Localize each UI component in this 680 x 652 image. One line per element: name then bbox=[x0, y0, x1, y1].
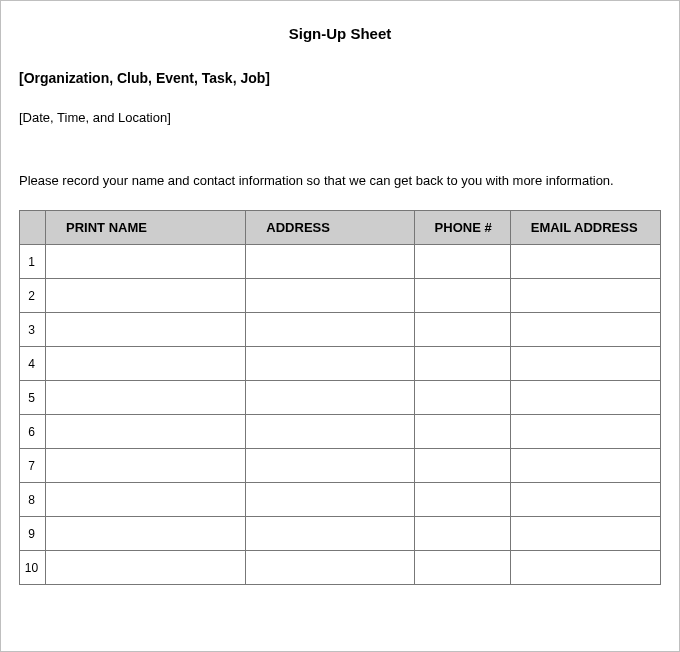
cell-address bbox=[246, 347, 414, 381]
cell-phone bbox=[414, 415, 510, 449]
cell-phone bbox=[414, 279, 510, 313]
cell-address bbox=[246, 313, 414, 347]
row-number: 6 bbox=[20, 415, 46, 449]
row-number: 4 bbox=[20, 347, 46, 381]
cell-name bbox=[46, 415, 246, 449]
table-row: 10 bbox=[20, 551, 661, 585]
cell-phone bbox=[414, 449, 510, 483]
cell-address bbox=[246, 245, 414, 279]
table-row: 9 bbox=[20, 517, 661, 551]
cell-phone bbox=[414, 551, 510, 585]
row-number: 5 bbox=[20, 381, 46, 415]
page-title: Sign-Up Sheet bbox=[19, 25, 661, 42]
col-header-email: EMAIL ADDRESS bbox=[510, 211, 660, 245]
table-row: 6 bbox=[20, 415, 661, 449]
cell-address bbox=[246, 415, 414, 449]
table-row: 4 bbox=[20, 347, 661, 381]
cell-email bbox=[510, 245, 660, 279]
table-row: 2 bbox=[20, 279, 661, 313]
cell-phone bbox=[414, 381, 510, 415]
table-row: 1 bbox=[20, 245, 661, 279]
cell-email bbox=[510, 551, 660, 585]
cell-phone bbox=[414, 517, 510, 551]
cell-phone bbox=[414, 347, 510, 381]
cell-email bbox=[510, 483, 660, 517]
cell-email bbox=[510, 415, 660, 449]
cell-email bbox=[510, 449, 660, 483]
col-header-phone: PHONE # bbox=[414, 211, 510, 245]
instructions-text: Please record your name and contact info… bbox=[19, 173, 661, 188]
cell-address bbox=[246, 449, 414, 483]
cell-address bbox=[246, 517, 414, 551]
row-number: 7 bbox=[20, 449, 46, 483]
signup-table: PRINT NAME ADDRESS PHONE # EMAIL ADDRESS… bbox=[19, 210, 661, 585]
cell-email bbox=[510, 381, 660, 415]
table-row: 8 bbox=[20, 483, 661, 517]
table-row: 5 bbox=[20, 381, 661, 415]
organization-placeholder: [Organization, Club, Event, Task, Job] bbox=[19, 70, 661, 86]
cell-name bbox=[46, 347, 246, 381]
cell-name bbox=[46, 517, 246, 551]
row-number: 2 bbox=[20, 279, 46, 313]
cell-address bbox=[246, 551, 414, 585]
table-row: 7 bbox=[20, 449, 661, 483]
cell-name bbox=[46, 313, 246, 347]
cell-phone bbox=[414, 245, 510, 279]
cell-name bbox=[46, 381, 246, 415]
table-header-row: PRINT NAME ADDRESS PHONE # EMAIL ADDRESS bbox=[20, 211, 661, 245]
row-number: 10 bbox=[20, 551, 46, 585]
col-header-number bbox=[20, 211, 46, 245]
row-number: 3 bbox=[20, 313, 46, 347]
col-header-name: PRINT NAME bbox=[46, 211, 246, 245]
sign-up-sheet-page: Sign-Up Sheet [Organization, Club, Event… bbox=[0, 0, 680, 652]
row-number: 8 bbox=[20, 483, 46, 517]
cell-name bbox=[46, 483, 246, 517]
cell-address bbox=[246, 381, 414, 415]
row-number: 1 bbox=[20, 245, 46, 279]
cell-name bbox=[46, 279, 246, 313]
cell-email bbox=[510, 517, 660, 551]
cell-name bbox=[46, 245, 246, 279]
table-row: 3 bbox=[20, 313, 661, 347]
cell-phone bbox=[414, 313, 510, 347]
cell-address bbox=[246, 483, 414, 517]
cell-name bbox=[46, 449, 246, 483]
cell-email bbox=[510, 347, 660, 381]
row-number: 9 bbox=[20, 517, 46, 551]
cell-phone bbox=[414, 483, 510, 517]
datetime-placeholder: [Date, Time, and Location] bbox=[19, 110, 661, 125]
cell-address bbox=[246, 279, 414, 313]
cell-email bbox=[510, 279, 660, 313]
col-header-address: ADDRESS bbox=[246, 211, 414, 245]
cell-name bbox=[46, 551, 246, 585]
cell-email bbox=[510, 313, 660, 347]
